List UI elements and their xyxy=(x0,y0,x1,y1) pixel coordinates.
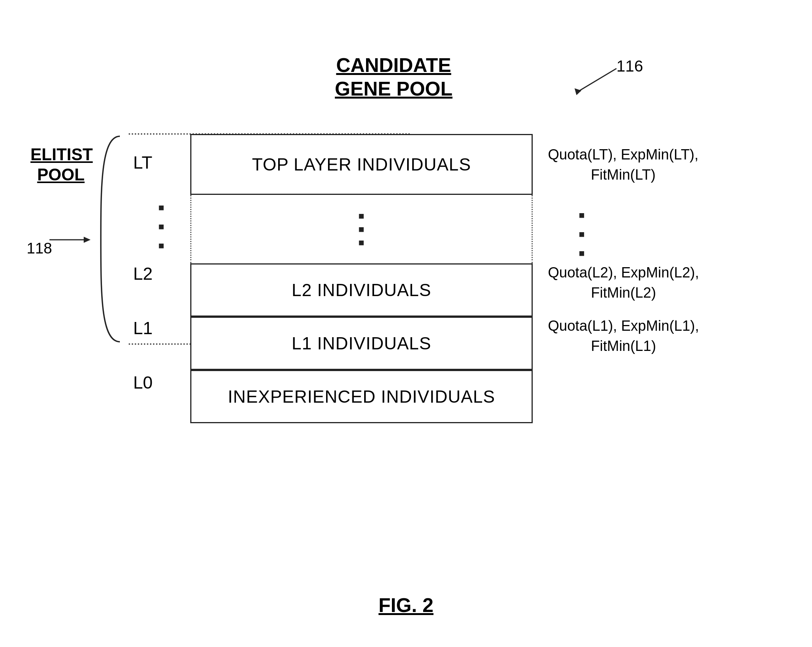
gap-box: ▪▪▪ xyxy=(190,195,533,263)
top-layer-box: TOP LAYER INDIVIDUALS xyxy=(190,134,533,195)
vertical-dots-lt: ▪▪▪ xyxy=(158,198,165,255)
gap-dots: ▪▪▪ xyxy=(358,209,365,249)
lt-params: Quota(LT), ExpMin(LT), FitMin(LT) xyxy=(548,145,699,185)
l1-box: L1 INDIVIDUALS xyxy=(190,317,533,370)
lt-label: LT xyxy=(133,152,152,173)
l0-box: INEXPERIENCED INDIVIDUALS xyxy=(190,370,533,423)
l2-label: L2 xyxy=(133,263,153,284)
param-dots: ▪▪▪ xyxy=(578,206,585,263)
l0-label: L0 xyxy=(133,372,153,393)
l2-params: Quota(L2), ExpMin(L2), FitMin(L2) xyxy=(548,263,699,303)
candidate-line2: GENE POOL xyxy=(335,77,452,100)
diagram: CANDIDATE GENE POOL 116 ELITIST POOL 118… xyxy=(23,30,789,487)
svg-line-0 xyxy=(578,69,616,91)
candidate-line1: CANDIDATE xyxy=(335,53,452,77)
elitist-brace-icon xyxy=(93,132,127,346)
elitist-pool-label: ELITIST POOL xyxy=(30,145,91,185)
l2-box: L2 INDIVIDUALS xyxy=(190,263,533,317)
l1-label: L1 xyxy=(133,318,153,338)
svg-marker-3 xyxy=(84,237,91,243)
candidate-gene-pool-label: CANDIDATE GENE POOL xyxy=(335,53,452,101)
l1-params: Quota(L1), ExpMin(L1), FitMin(L1) xyxy=(548,316,699,356)
arrow-116-icon xyxy=(556,61,632,99)
svg-marker-1 xyxy=(575,88,581,95)
fig-label: FIG. 2 xyxy=(379,594,433,617)
